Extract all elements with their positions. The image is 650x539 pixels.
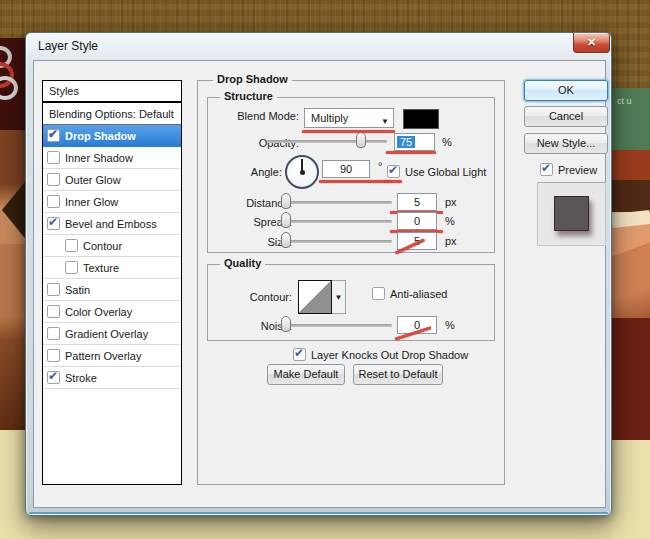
close-icon: ✕ [587, 36, 596, 48]
layer-style-dialog: Layer Style ✕ Styles Blending Options: D… [25, 32, 612, 516]
contour-picker[interactable] [298, 280, 332, 314]
style-item-blending-options[interactable]: Blending Options: Default [43, 103, 181, 125]
satin-checkbox[interactable] [47, 283, 60, 296]
background-sign-text: ct u [617, 96, 632, 106]
angle-dial[interactable] [285, 155, 319, 189]
spread-input[interactable]: 0 [397, 212, 437, 230]
preview-swatch [554, 196, 589, 231]
preview-checkbox[interactable] [540, 163, 553, 176]
style-item-color-overlay[interactable]: Color Overlay [43, 301, 181, 323]
ok-button[interactable]: OK [524, 80, 608, 101]
styles-list: Blending Options: Default Drop Shadow In… [42, 102, 182, 485]
contour-dropdown-arrow[interactable]: ▼ [332, 280, 346, 314]
layer-knocks-out-checkbox[interactable] [293, 348, 306, 361]
annotation-mark [319, 180, 392, 183]
texture-checkbox[interactable] [65, 261, 78, 274]
spread-value: 0 [414, 215, 420, 227]
style-item-texture[interactable]: Texture [43, 257, 181, 279]
style-item-drop-shadow[interactable]: Drop Shadow [43, 125, 181, 147]
annotation-mark [386, 151, 436, 154]
opacity-slider-thumb[interactable] [356, 132, 366, 148]
quality-group-title: Quality [220, 257, 265, 269]
opacity-input[interactable]: 75 [394, 133, 435, 151]
inner-glow-checkbox[interactable] [47, 195, 60, 208]
angle-input[interactable]: 90 [322, 160, 370, 178]
contour-checkbox[interactable] [65, 239, 78, 252]
distance-input[interactable]: 5 [397, 193, 437, 211]
styles-panel-header: Styles [42, 80, 182, 102]
style-item-inner-glow[interactable]: Inner Glow [43, 191, 181, 213]
blend-mode-label: Blend Mode: [209, 110, 299, 122]
reset-to-default-button[interactable]: Reset to Default [353, 364, 443, 385]
dialog-titlebar[interactable]: Layer Style ✕ [26, 33, 611, 60]
blend-mode-dropdown[interactable]: Multiply ▼ [304, 108, 394, 128]
contour-label: Contour: [202, 291, 292, 303]
size-unit: px [445, 235, 457, 247]
angle-dial-center [300, 170, 305, 175]
noise-unit: % [445, 319, 455, 331]
gradient-overlay-checkbox[interactable] [47, 327, 60, 340]
preview-panel [537, 182, 606, 246]
dialog-client-area: Styles Blending Options: Default Drop Sh… [33, 60, 606, 508]
style-item-contour[interactable]: Contour [43, 235, 181, 257]
annotation-mark [302, 130, 395, 133]
use-global-light-checkbox[interactable] [387, 165, 400, 178]
noise-slider-track[interactable] [279, 324, 392, 327]
opacity-unit: % [442, 136, 452, 148]
background-green-sign: ct u [612, 88, 650, 150]
angle-label: Angle: [192, 166, 282, 178]
anti-aliased-label: Anti-aliased [390, 288, 447, 300]
distance-unit: px [445, 196, 457, 208]
spread-slider-thumb[interactable] [281, 212, 291, 228]
style-item-satin[interactable]: Satin [43, 279, 181, 301]
opacity-label: Opacity: [209, 137, 299, 149]
style-item-outer-glow[interactable]: Outer Glow [43, 169, 181, 191]
distance-slider-track[interactable] [279, 201, 392, 204]
distance-value: 5 [414, 196, 420, 208]
make-default-button[interactable]: Make Default [267, 364, 345, 385]
drop-shadow-panel-title: Drop Shadow [213, 73, 292, 85]
size-slider-track[interactable] [279, 240, 392, 243]
background-salmon-shape [612, 224, 650, 318]
color-overlay-checkbox[interactable] [47, 305, 60, 318]
annotation-mark [384, 180, 402, 183]
new-style-button[interactable]: New Style... [524, 133, 608, 154]
shadow-color-swatch[interactable] [403, 109, 439, 129]
preview-label: Preview [558, 164, 597, 176]
stroke-checkbox[interactable] [47, 371, 60, 384]
blend-mode-value: Multiply [311, 112, 348, 124]
use-global-light-label: Use Global Light [405, 166, 486, 178]
layer-knocks-out-label: Layer Knocks Out Drop Shadow [311, 349, 468, 361]
opacity-value: 75 [397, 136, 415, 148]
chevron-down-icon: ▼ [335, 293, 343, 302]
dialog-title: Layer Style [38, 39, 98, 53]
style-item-stroke[interactable]: Stroke [43, 367, 181, 389]
angle-value: 90 [340, 163, 352, 175]
style-item-inner-shadow[interactable]: Inner Shadow [43, 147, 181, 169]
angle-unit: ° [378, 160, 382, 172]
style-item-bevel-emboss[interactable]: Bevel and Emboss [43, 213, 181, 235]
inner-shadow-checkbox[interactable] [47, 151, 60, 164]
style-item-gradient-overlay[interactable]: Gradient Overlay [43, 323, 181, 345]
size-slider-thumb[interactable] [281, 232, 291, 248]
outer-glow-checkbox[interactable] [47, 173, 60, 186]
distance-slider-thumb[interactable] [281, 193, 291, 209]
background-rust-shape [612, 150, 650, 180]
background-artwork-right: ct u [612, 88, 650, 539]
noise-slider-thumb[interactable] [281, 316, 291, 332]
spread-slider-track[interactable] [279, 220, 392, 223]
style-item-pattern-overlay[interactable]: Pattern Overlay [43, 345, 181, 367]
cancel-button[interactable]: Cancel [524, 106, 608, 127]
pattern-overlay-checkbox[interactable] [47, 349, 60, 362]
bevel-emboss-checkbox[interactable] [47, 217, 60, 230]
background-ring-shape [0, 76, 18, 100]
background-maroon-shape [612, 318, 650, 440]
anti-aliased-checkbox[interactable] [372, 287, 385, 300]
structure-group-title: Structure [220, 90, 277, 102]
background-floor [612, 440, 650, 539]
opacity-slider-track[interactable] [267, 140, 387, 143]
drop-shadow-checkbox[interactable] [47, 129, 60, 142]
chevron-down-icon: ▼ [381, 113, 389, 131]
close-button[interactable]: ✕ [573, 33, 610, 53]
background-dark-shape [612, 180, 650, 212]
